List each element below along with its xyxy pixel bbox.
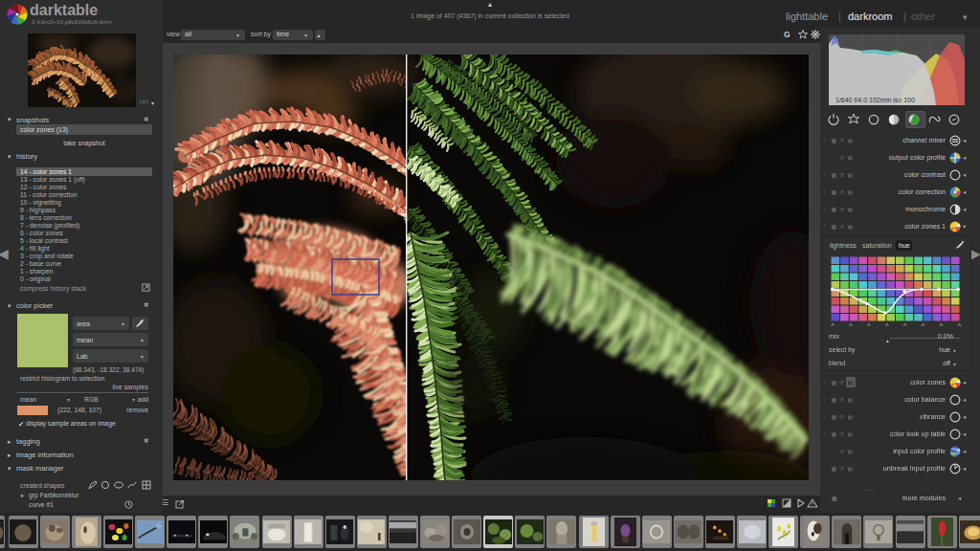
svg-text:1/640 f/4.0 102mm iso 100: 1/640 f/4.0 102mm iso 100 [835, 97, 915, 103]
